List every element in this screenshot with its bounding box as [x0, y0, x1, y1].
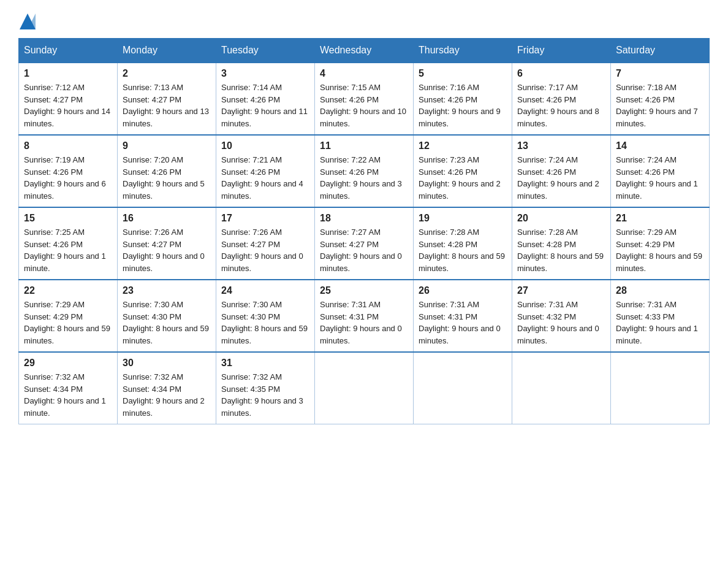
calendar-cell: 27Sunrise: 7:31 AMSunset: 4:32 PMDayligh…: [512, 280, 611, 352]
day-number: 25: [320, 285, 408, 296]
calendar-cell: 4Sunrise: 7:15 AMSunset: 4:26 PMDaylight…: [315, 63, 414, 135]
day-number: 8: [24, 140, 112, 151]
day-info: Sunrise: 7:14 AMSunset: 4:26 PMDaylight:…: [221, 82, 309, 129]
day-number: 7: [616, 68, 704, 79]
week-row-1: 1Sunrise: 7:12 AMSunset: 4:27 PMDaylight…: [19, 63, 710, 135]
day-info: Sunrise: 7:12 AMSunset: 4:27 PMDaylight:…: [24, 82, 112, 129]
logo-area: [18, 12, 36, 28]
weekday-header-thursday: Thursday: [414, 39, 512, 63]
calendar-cell: 10Sunrise: 7:21 AMSunset: 4:26 PMDayligh…: [216, 135, 315, 207]
day-info: Sunrise: 7:31 AMSunset: 4:31 PMDaylight:…: [419, 299, 507, 347]
calendar-cell: 18Sunrise: 7:27 AMSunset: 4:27 PMDayligh…: [315, 207, 414, 280]
day-info: Sunrise: 7:32 AMSunset: 4:35 PMDaylight:…: [221, 371, 309, 419]
day-info: Sunrise: 7:29 AMSunset: 4:29 PMDaylight:…: [616, 226, 704, 274]
day-number: 12: [419, 140, 507, 151]
day-number: 4: [320, 68, 408, 79]
calendar-cell: 9Sunrise: 7:20 AMSunset: 4:26 PMDaylight…: [118, 135, 216, 207]
calendar-cell: 23Sunrise: 7:30 AMSunset: 4:30 PMDayligh…: [118, 280, 216, 352]
calendar-cell: 12Sunrise: 7:23 AMSunset: 4:26 PMDayligh…: [414, 135, 512, 207]
calendar-cell: 17Sunrise: 7:26 AMSunset: 4:27 PMDayligh…: [216, 207, 315, 280]
calendar-cell: 20Sunrise: 7:28 AMSunset: 4:28 PMDayligh…: [512, 207, 611, 280]
day-info: Sunrise: 7:26 AMSunset: 4:27 PMDaylight:…: [221, 226, 309, 274]
logo-triangle-icon: [20, 13, 36, 29]
day-number: 9: [123, 140, 211, 151]
day-number: 15: [24, 213, 112, 224]
day-number: 11: [320, 140, 408, 151]
calendar-cell: 7Sunrise: 7:18 AMSunset: 4:26 PMDaylight…: [611, 63, 710, 135]
day-number: 18: [320, 213, 408, 224]
calendar-cell: 13Sunrise: 7:24 AMSunset: 4:26 PMDayligh…: [512, 135, 611, 207]
day-info: Sunrise: 7:21 AMSunset: 4:26 PMDaylight:…: [221, 154, 309, 202]
day-info: Sunrise: 7:22 AMSunset: 4:26 PMDaylight:…: [320, 154, 408, 202]
calendar-cell: 15Sunrise: 7:25 AMSunset: 4:26 PMDayligh…: [19, 207, 118, 280]
week-row-3: 15Sunrise: 7:25 AMSunset: 4:26 PMDayligh…: [19, 207, 710, 280]
calendar-cell: 29Sunrise: 7:32 AMSunset: 4:34 PMDayligh…: [19, 352, 118, 424]
day-info: Sunrise: 7:32 AMSunset: 4:34 PMDaylight:…: [123, 371, 211, 419]
day-number: 22: [24, 285, 112, 296]
day-info: Sunrise: 7:31 AMSunset: 4:33 PMDaylight:…: [616, 299, 704, 347]
calendar-cell: 22Sunrise: 7:29 AMSunset: 4:29 PMDayligh…: [19, 280, 118, 352]
day-info: Sunrise: 7:20 AMSunset: 4:26 PMDaylight:…: [123, 154, 211, 202]
calendar-cell: [611, 352, 710, 424]
calendar-cell: 30Sunrise: 7:32 AMSunset: 4:34 PMDayligh…: [118, 352, 216, 424]
weekday-header-monday: Monday: [118, 39, 216, 63]
weekday-header-sunday: Sunday: [19, 39, 118, 63]
page-header: [18, 12, 710, 28]
day-number: 20: [517, 213, 605, 224]
day-info: Sunrise: 7:18 AMSunset: 4:26 PMDaylight:…: [616, 82, 704, 129]
weekday-header-saturday: Saturday: [611, 39, 710, 63]
day-number: 5: [419, 68, 507, 79]
calendar-cell: [315, 352, 414, 424]
day-info: Sunrise: 7:25 AMSunset: 4:26 PMDaylight:…: [24, 226, 112, 274]
day-info: Sunrise: 7:28 AMSunset: 4:28 PMDaylight:…: [517, 226, 605, 274]
day-info: Sunrise: 7:19 AMSunset: 4:26 PMDaylight:…: [24, 154, 112, 202]
day-number: 13: [517, 140, 605, 151]
calendar-cell: 19Sunrise: 7:28 AMSunset: 4:28 PMDayligh…: [414, 207, 512, 280]
calendar-cell: 24Sunrise: 7:30 AMSunset: 4:30 PMDayligh…: [216, 280, 315, 352]
weekday-header-tuesday: Tuesday: [216, 39, 315, 63]
calendar-cell: 8Sunrise: 7:19 AMSunset: 4:26 PMDaylight…: [19, 135, 118, 207]
day-number: 21: [616, 213, 704, 224]
day-number: 24: [221, 285, 309, 296]
day-info: Sunrise: 7:24 AMSunset: 4:26 PMDaylight:…: [517, 154, 605, 202]
day-info: Sunrise: 7:15 AMSunset: 4:26 PMDaylight:…: [320, 82, 408, 129]
day-number: 31: [221, 358, 309, 369]
day-info: Sunrise: 7:31 AMSunset: 4:31 PMDaylight:…: [320, 299, 408, 347]
calendar-cell: 11Sunrise: 7:22 AMSunset: 4:26 PMDayligh…: [315, 135, 414, 207]
day-info: Sunrise: 7:24 AMSunset: 4:26 PMDaylight:…: [616, 154, 704, 202]
week-row-5: 29Sunrise: 7:32 AMSunset: 4:34 PMDayligh…: [19, 352, 710, 424]
calendar-cell: [414, 352, 512, 424]
calendar-cell: [512, 352, 611, 424]
calendar-cell: 28Sunrise: 7:31 AMSunset: 4:33 PMDayligh…: [611, 280, 710, 352]
day-number: 6: [517, 68, 605, 79]
day-number: 27: [517, 285, 605, 296]
day-info: Sunrise: 7:30 AMSunset: 4:30 PMDaylight:…: [123, 299, 211, 347]
day-number: 3: [221, 68, 309, 79]
day-info: Sunrise: 7:23 AMSunset: 4:26 PMDaylight:…: [419, 154, 507, 202]
day-number: 23: [123, 285, 211, 296]
day-info: Sunrise: 7:28 AMSunset: 4:28 PMDaylight:…: [419, 226, 507, 274]
calendar-cell: 26Sunrise: 7:31 AMSunset: 4:31 PMDayligh…: [414, 280, 512, 352]
day-info: Sunrise: 7:16 AMSunset: 4:26 PMDaylight:…: [419, 82, 507, 129]
day-number: 2: [123, 68, 211, 79]
calendar-cell: 1Sunrise: 7:12 AMSunset: 4:27 PMDaylight…: [19, 63, 118, 135]
week-row-4: 22Sunrise: 7:29 AMSunset: 4:29 PMDayligh…: [19, 280, 710, 352]
calendar-cell: 2Sunrise: 7:13 AMSunset: 4:27 PMDaylight…: [118, 63, 216, 135]
day-number: 14: [616, 140, 704, 151]
day-number: 10: [221, 140, 309, 151]
day-number: 28: [616, 285, 704, 296]
day-number: 19: [419, 213, 507, 224]
day-info: Sunrise: 7:26 AMSunset: 4:27 PMDaylight:…: [123, 226, 211, 274]
day-info: Sunrise: 7:32 AMSunset: 4:34 PMDaylight:…: [24, 371, 112, 419]
day-info: Sunrise: 7:31 AMSunset: 4:32 PMDaylight:…: [517, 299, 605, 347]
day-number: 29: [24, 358, 112, 369]
calendar-cell: 16Sunrise: 7:26 AMSunset: 4:27 PMDayligh…: [118, 207, 216, 280]
calendar-cell: 6Sunrise: 7:17 AMSunset: 4:26 PMDaylight…: [512, 63, 611, 135]
day-info: Sunrise: 7:29 AMSunset: 4:29 PMDaylight:…: [24, 299, 112, 347]
calendar-cell: 21Sunrise: 7:29 AMSunset: 4:29 PMDayligh…: [611, 207, 710, 280]
day-number: 26: [419, 285, 507, 296]
calendar-cell: 3Sunrise: 7:14 AMSunset: 4:26 PMDaylight…: [216, 63, 315, 135]
calendar-table: SundayMondayTuesdayWednesdayThursdayFrid…: [18, 38, 710, 424]
calendar-cell: 31Sunrise: 7:32 AMSunset: 4:35 PMDayligh…: [216, 352, 315, 424]
weekday-header-wednesday: Wednesday: [315, 39, 414, 63]
